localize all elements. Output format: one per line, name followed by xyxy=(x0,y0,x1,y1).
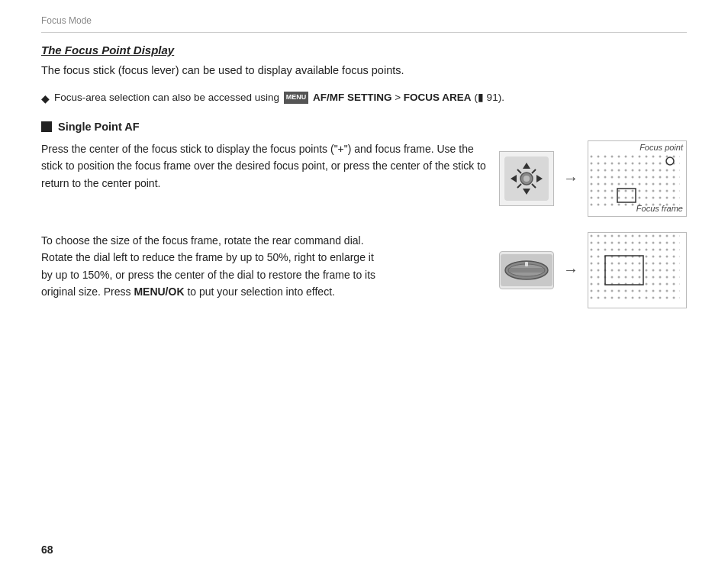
note-line: ◆ Focus-area selection can also be acces… xyxy=(41,90,687,107)
note-content: Focus-area selection can also be accesse… xyxy=(54,90,504,105)
focus-area-setting: FOCUS AREA xyxy=(404,92,472,103)
focus-mode-header: Focus Mode xyxy=(41,15,687,33)
af-mf-setting: AF/MF SETTING xyxy=(313,92,392,103)
intro-text: The focus stick (focus lever) can be use… xyxy=(41,63,687,79)
focus-grid-2 xyxy=(588,232,687,308)
focus-grid-1: Focus point xyxy=(588,140,687,217)
para1-text: Press the center of the focus stick to d… xyxy=(41,140,499,192)
svg-rect-23 xyxy=(590,234,680,303)
command-dial-svg xyxy=(501,254,552,286)
arrow-1: → xyxy=(563,169,578,187)
visual-block-1: → Focus point xyxy=(499,140,687,217)
arrow-2: → xyxy=(563,261,578,279)
svg-rect-21 xyxy=(525,262,528,266)
svg-point-2 xyxy=(523,176,530,182)
subsection-title: Single Point AF xyxy=(58,121,140,133)
subsection-header: Single Point AF xyxy=(41,121,687,133)
menu-icon: MENU xyxy=(284,92,309,104)
single-point-af-row: Press the center of the focus stick to d… xyxy=(41,140,687,217)
note-page-ref: (▮ 91). xyxy=(474,92,504,103)
page-number: 68 xyxy=(41,544,53,556)
focus-stick-svg xyxy=(504,156,549,201)
command-dial-image xyxy=(499,251,554,289)
square-icon xyxy=(41,121,52,132)
grid-dots-svg-2 xyxy=(590,234,686,308)
focus-stick-image xyxy=(499,151,554,206)
section-title: The Focus Point Display xyxy=(41,44,687,56)
menu-ok-bold: MENU/OK xyxy=(134,286,184,298)
frame-size-row: To choose the size of the focus frame, r… xyxy=(41,232,687,308)
visual-block-2: → xyxy=(499,232,687,308)
focus-frame-label: Focus frame xyxy=(636,204,683,213)
diamond-icon: ◆ xyxy=(41,91,50,107)
para2-text: To choose the size of the focus frame, r… xyxy=(41,232,499,301)
focus-point-label: Focus point xyxy=(639,143,683,152)
